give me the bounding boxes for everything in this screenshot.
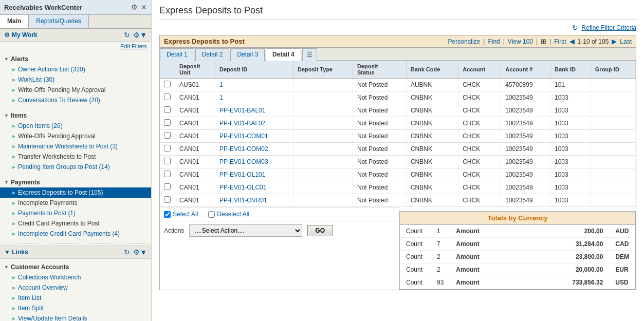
prev-arrow-icon[interactable]: ◀	[569, 37, 575, 45]
split-left: Select All Deselect All Actions ....Sele…	[160, 207, 399, 290]
section-payments-title[interactable]: Payments	[0, 176, 151, 187]
item-split-link[interactable]: Item Split	[18, 305, 44, 312]
sidebar-item-view-update[interactable]: ➤ View/Update Item Details	[0, 313, 151, 321]
edit-filters-link[interactable]: Edit Filters	[0, 42, 151, 51]
last-link[interactable]: Last	[620, 38, 632, 45]
refresh-icon[interactable]: ↻	[124, 31, 130, 39]
go-button[interactable]: GO	[307, 225, 333, 236]
tab-icon[interactable]: ☰	[302, 48, 317, 61]
select-all-checkbox[interactable]	[164, 211, 171, 218]
actions-select[interactable]: ....Select Action....	[189, 224, 302, 237]
links-settings-icon[interactable]: ⚙▼	[133, 248, 147, 256]
totals-count-value: 1	[431, 225, 450, 238]
tab-detail-2[interactable]: Detail 2	[195, 48, 230, 61]
sidebar-item-open-items[interactable]: ➤ Open Items (26)	[0, 121, 151, 131]
pending-item-groups-link[interactable]: Pending Item Groups to Post (14)	[18, 163, 110, 171]
sidebar-item-account-overview[interactable]: ➤ Account Overview	[0, 282, 151, 293]
tab-detail-4[interactable]: Detail 4	[266, 48, 301, 61]
settings-icon[interactable]: ⚙▼	[133, 31, 147, 39]
collections-workbench-link[interactable]: Collections Workbench	[18, 274, 81, 281]
section-alerts-title[interactable]: Alerts	[0, 53, 151, 64]
worklist-link[interactable]: WorkList (30)	[18, 76, 54, 83]
maintenance-worksheets-link[interactable]: Maintenance Worksheets to Post (3)	[18, 143, 118, 150]
personalize-link[interactable]: Personalize	[448, 38, 481, 45]
deposit-id-link[interactable]: PP-EV01-BAL02	[219, 120, 265, 127]
express-deposits-link[interactable]: Express Deposits to Post (105)	[18, 189, 103, 196]
cell-deposit-status: Not Posted	[353, 91, 406, 104]
item-list-link[interactable]: Item List	[18, 294, 41, 301]
cell-bank-id: 101	[550, 79, 591, 91]
deposit-id-link[interactable]: PP-EV01-COM02	[219, 145, 268, 153]
view-100-link[interactable]: View 100	[508, 38, 533, 45]
deposit-id-link[interactable]: 1	[219, 81, 223, 88]
sidebar-item-express-deposits[interactable]: ➤ Express Deposits to Post (105)	[0, 187, 151, 198]
row-checkbox[interactable]	[164, 158, 171, 164]
deposit-id-link[interactable]: PP-EV01-BAL01	[219, 107, 265, 114]
tab-detail-1[interactable]: Detail 1	[160, 48, 194, 61]
deposit-id-link[interactable]: PP-EV01-COM01	[219, 133, 268, 140]
cell-account: CHCK	[458, 143, 501, 156]
totals-header: Totals by Currency	[400, 212, 635, 225]
row-checkbox[interactable]	[164, 183, 171, 190]
row-checkbox[interactable]	[164, 93, 171, 100]
payments-to-post-link[interactable]: Payments to Post (1)	[18, 210, 76, 217]
incomplete-credit-card-link[interactable]: Incomplete Credit Card Payments (4)	[18, 230, 120, 237]
tab-main[interactable]: Main	[0, 15, 29, 28]
actions-label: Actions	[164, 227, 184, 234]
find-link[interactable]: Find	[488, 38, 500, 45]
sidebar-item-payments-to-post[interactable]: ➤ Payments to Post (1)	[0, 208, 151, 218]
refine-filter-criteria-link[interactable]: Refine Filter Criteria	[581, 24, 636, 31]
collapse-icon[interactable]: ✕	[141, 3, 147, 11]
sidebar-item-worklist[interactable]: ➤ WorkList (30)	[0, 74, 151, 85]
cell-account-num: 10023549	[501, 194, 550, 207]
cell-deposit-status: Not Posted	[353, 79, 406, 91]
grid-view-icon[interactable]: ⊞	[541, 37, 546, 45]
account-overview-link[interactable]: Account Overview	[18, 284, 68, 291]
row-checkbox[interactable]	[164, 106, 171, 113]
deposit-id-link[interactable]: PP-EV01-OLC01	[219, 184, 266, 191]
sidebar-item-item-split[interactable]: ➤ Item Split	[0, 303, 151, 313]
row-checkbox[interactable]	[164, 132, 171, 139]
my-work-label[interactable]: ⚙ My Work	[4, 31, 38, 39]
sidebar-item-maintenance-worksheets[interactable]: ➤ Maintenance Worksheets to Post (3)	[0, 141, 151, 152]
gear-icon[interactable]: ⚙	[131, 3, 138, 11]
totals-count-label: Count	[400, 225, 431, 238]
select-all-link[interactable]: Select All	[173, 211, 198, 218]
arrow-icon: ➤	[11, 144, 15, 149]
next-arrow-icon[interactable]: ▶	[612, 37, 617, 45]
cell-deposit-type	[293, 104, 353, 117]
section-items-title[interactable]: Items	[0, 109, 151, 121]
deselect-all-link[interactable]: Deselect All	[217, 211, 249, 218]
deselect-all-checkbox[interactable]	[208, 211, 215, 218]
links-refresh-icon[interactable]: ↻	[124, 248, 130, 256]
row-checkbox[interactable]	[164, 81, 171, 87]
view-update-link[interactable]: View/Update Item Details	[18, 315, 87, 321]
sidebar-item-conversations[interactable]: ➤ Conversations To Review (20)	[0, 95, 151, 105]
row-checkbox[interactable]	[164, 119, 171, 126]
sidebar-item-transfer-worksheets: ➤ Transfer Worksheets to Post	[0, 152, 151, 162]
row-checkbox[interactable]	[164, 196, 171, 203]
links-label[interactable]: ▼ Links	[4, 249, 28, 256]
sidebar-item-item-list[interactable]: ➤ Item List	[0, 293, 151, 303]
sidebar-item-pending-item-groups[interactable]: ➤ Pending Item Groups to Post (14)	[0, 162, 151, 172]
sidebar-item-incomplete-credit-card[interactable]: ➤ Incomplete Credit Card Payments (4)	[0, 229, 151, 239]
deposit-id-link[interactable]: PP-EV01-OVR01	[219, 197, 267, 204]
first-link[interactable]: First	[554, 38, 566, 45]
open-items-link[interactable]: Open Items (26)	[18, 122, 63, 129]
deposit-id-link[interactable]: 1	[219, 94, 223, 101]
row-checkbox[interactable]	[164, 171, 171, 177]
owner-actions-link[interactable]: Owner Actions List (320)	[18, 66, 85, 73]
deposit-id-link[interactable]: PP-EV01-OL101	[219, 171, 265, 178]
sidebar-item-collections-workbench[interactable]: ➤ Collections Workbench	[0, 272, 151, 282]
writeoffs-pending-label: Write-Offs Pending My Approval	[18, 86, 105, 93]
conversations-link[interactable]: Conversations To Review (20)	[18, 97, 100, 104]
section-customer-accounts-title[interactable]: Customer Accounts	[0, 261, 151, 272]
tab-reports-queries[interactable]: Reports/Queries	[29, 15, 88, 28]
tab-detail-3[interactable]: Detail 3	[230, 48, 265, 61]
row-checkbox[interactable]	[164, 145, 171, 152]
cell-account: CHCK	[458, 91, 501, 104]
deposit-id-link[interactable]: PP-EV01-COM03	[219, 158, 268, 165]
totals-amount-label: Amount	[450, 238, 558, 251]
cell-deposit-unit: CAN01	[175, 194, 215, 207]
sidebar-item-owner-actions[interactable]: ➤ Owner Actions List (320)	[0, 64, 151, 74]
